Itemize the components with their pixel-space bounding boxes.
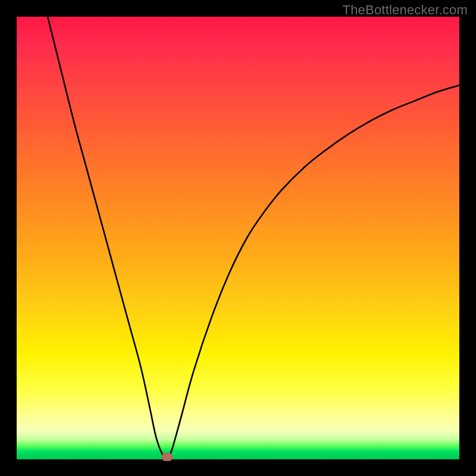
- bottleneck-curve-path: [48, 17, 459, 458]
- chart-plot-area: [17, 17, 459, 459]
- watermark-text: TheBottlenecker.com: [343, 2, 468, 18]
- optimum-marker: [162, 453, 173, 461]
- chart-curve-svg: [17, 17, 459, 459]
